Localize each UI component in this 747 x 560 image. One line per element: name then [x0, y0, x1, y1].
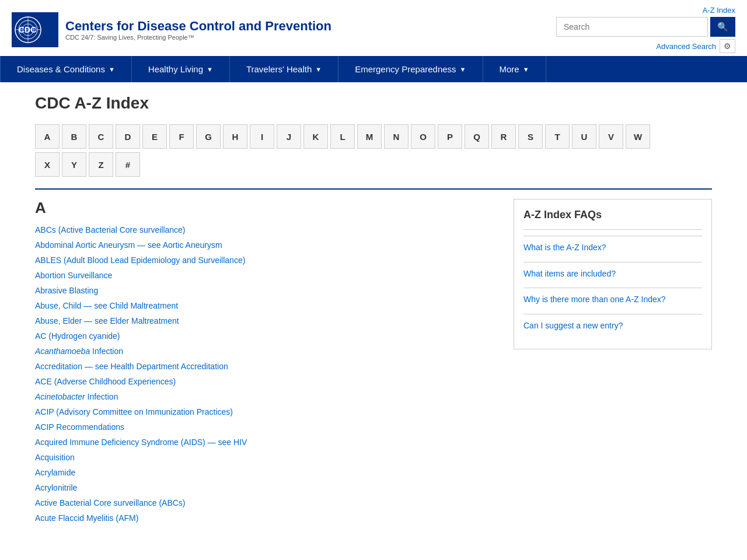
faq-divider	[523, 236, 702, 236]
chevron-down-icon: ▼	[315, 66, 322, 73]
nav-item-diseases[interactable]: Diseases & Conditions ▼	[0, 56, 132, 82]
main-content: CDC A-Z Index ABCDEFGHIJKLMNOPQRSTUVW XY…	[23, 82, 724, 551]
header-right: A-Z Index 🔍 Advanced Search ⚙	[556, 6, 735, 53]
alpha-btn-l[interactable]: L	[330, 124, 355, 149]
logo-org-name: Centers for Disease Control and Preventi…	[65, 19, 331, 34]
search-button[interactable]: 🔍	[710, 17, 735, 37]
list-item[interactable]: ABLES (Adult Blood Lead Epidemiology and…	[35, 254, 496, 267]
logo-text: Centers for Disease Control and Preventi…	[65, 19, 331, 41]
alpha-btn-p[interactable]: P	[438, 124, 462, 149]
alpha-btn-t[interactable]: T	[545, 124, 570, 149]
list-item[interactable]: Abortion Surveillance	[35, 270, 496, 282]
nav-item-emergency[interactable]: Emergency Preparedness ▼	[338, 56, 483, 82]
search-input[interactable]	[556, 17, 708, 37]
alpha-btn-s[interactable]: S	[518, 124, 543, 149]
advanced-row: Advanced Search ⚙	[656, 39, 735, 53]
faq-link-item[interactable]: Why is there more than one A-Z Index?	[523, 294, 702, 306]
list-item[interactable]: ACIP (Advisory Committee on Immunization…	[35, 406, 496, 418]
list-item[interactable]: Abdominal Aortic Aneurysm — see Aortic A…	[35, 239, 496, 251]
nav-label-healthy: Healthy Living	[148, 64, 203, 74]
faq-divider	[523, 314, 702, 314]
faq-title: A-Z Index FAQs	[523, 209, 702, 221]
list-item[interactable]: AC (Hydrogen cyanide)	[35, 330, 496, 342]
alpha-btn-k[interactable]: K	[303, 124, 328, 149]
alphabet-nav: ABCDEFGHIJKLMNOPQRSTUVW XYZ#	[35, 124, 712, 177]
nav-label-more: More	[500, 64, 519, 74]
list-item[interactable]: Acute Flaccid Myelitis (AFM)	[35, 512, 496, 524]
alpha-btn-q[interactable]: Q	[465, 124, 489, 149]
alpha-btn-d[interactable]: D	[116, 124, 140, 149]
page-title: CDC A-Z Index	[35, 94, 712, 113]
alpha-btn-x[interactable]: X	[35, 152, 60, 177]
faq-divider	[523, 288, 702, 288]
list-item[interactable]: Abuse, Child — see Child Maltreatment	[35, 300, 496, 312]
alpha-btn-f[interactable]: F	[169, 124, 194, 149]
nav-label-diseases: Diseases & Conditions	[17, 64, 105, 74]
index-links: ABCs (Active Bacterial Core surveillance…	[35, 224, 496, 524]
nav-label-travelers: Travelers' Health	[246, 64, 312, 74]
gear-icon: ⚙	[724, 41, 731, 51]
alpha-btn-h[interactable]: H	[223, 124, 247, 149]
list-item[interactable]: Abrasive Blasting	[35, 285, 496, 297]
alphabet-row-2: XYZ#	[35, 152, 712, 177]
chevron-down-icon: ▼	[523, 66, 529, 73]
nav-item-travelers[interactable]: Travelers' Health ▼	[230, 56, 338, 82]
alpha-btn-j[interactable]: J	[277, 124, 301, 149]
list-item[interactable]: Acanthamoeba Infection	[35, 345, 496, 358]
alpha-btn-u[interactable]: U	[572, 124, 596, 149]
search-icon: 🔍	[717, 22, 728, 32]
search-row: 🔍	[556, 17, 735, 37]
alpha-btn-r[interactable]: R	[491, 124, 516, 149]
alpha-btn-c[interactable]: C	[89, 124, 113, 149]
logo-area: CDC Centers for Disease Control and Prev…	[12, 12, 331, 47]
list-item[interactable]: ABCs (Active Bacterial Core surveillance…	[35, 224, 496, 236]
section-letter: A	[35, 199, 496, 217]
faq-sidebar: A-Z Index FAQs What is the A-Z Index?Wha…	[514, 199, 712, 349]
list-item[interactable]: Accreditation — see Health Department Ac…	[35, 360, 496, 373]
faq-link-item[interactable]: What items are included?	[523, 268, 702, 280]
az-index-link[interactable]: A-Z Index	[703, 6, 735, 15]
faq-link-item[interactable]: What is the A-Z Index?	[523, 242, 702, 254]
chevron-down-icon: ▼	[207, 66, 213, 73]
list-item[interactable]: ACIP Recommendations	[35, 421, 496, 433]
section-divider	[35, 188, 712, 190]
list-item[interactable]: Acinetobacter Infection	[35, 391, 496, 403]
alpha-btn-n[interactable]: N	[384, 124, 409, 149]
nav-item-more[interactable]: More ▼	[483, 56, 546, 82]
faq-links: What is the A-Z Index?What items are inc…	[523, 236, 702, 331]
list-item[interactable]: Acquired Immune Deficiency Syndrome (AID…	[35, 436, 496, 449]
alpha-btn-y[interactable]: Y	[62, 152, 86, 177]
alpha-btn-v[interactable]: V	[599, 124, 623, 149]
list-item[interactable]: Active Bacterial Core surveillance (ABCs…	[35, 497, 496, 509]
alpha-btn-o[interactable]: O	[411, 124, 435, 149]
nav-label-emergency: Emergency Preparedness	[355, 64, 456, 74]
chevron-down-icon: ▼	[460, 66, 466, 73]
alpha-btn-e[interactable]: E	[142, 124, 167, 149]
list-item[interactable]: Acrylonitrile	[35, 482, 496, 494]
nav-bar: Diseases & Conditions ▼ Healthy Living ▼…	[0, 56, 747, 82]
advanced-search-link[interactable]: Advanced Search	[656, 42, 716, 51]
faq-link-item[interactable]: Can I suggest a new entry?	[523, 320, 702, 332]
index-list-column: A ABCs (Active Bacterial Core surveillan…	[35, 199, 496, 527]
nav-item-healthy[interactable]: Healthy Living ▼	[132, 56, 230, 82]
alpha-btn-m[interactable]: M	[357, 124, 382, 149]
alpha-btn-z[interactable]: Z	[89, 152, 113, 177]
faq-divider	[523, 262, 702, 262]
list-item[interactable]: Abuse, Elder — see Elder Maltreatment	[35, 315, 496, 327]
chevron-down-icon: ▼	[109, 66, 115, 73]
list-item[interactable]: Acrylamide	[35, 467, 496, 479]
alpha-btn-w[interactable]: W	[626, 124, 650, 149]
alpha-btn-g[interactable]: G	[196, 124, 221, 149]
alpha-btn-a[interactable]: A	[35, 124, 60, 149]
list-item[interactable]: Acquisition	[35, 452, 496, 464]
header: CDC Centers for Disease Control and Prev…	[0, 0, 747, 56]
alpha-btn-#[interactable]: #	[116, 152, 140, 177]
alphabet-row-1: ABCDEFGHIJKLMNOPQRSTUVW	[35, 124, 712, 149]
logo-tagline: CDC 24/7: Saving Lives, Protecting Peopl…	[65, 34, 331, 41]
alpha-btn-b[interactable]: B	[62, 124, 86, 149]
gear-icon-button[interactable]: ⚙	[720, 39, 735, 53]
cdc-logo: CDC	[12, 12, 58, 47]
list-item[interactable]: ACE (Adverse Childhood Experiences)	[35, 376, 496, 388]
alpha-btn-i[interactable]: I	[250, 124, 274, 149]
content-layout: A ABCs (Active Bacterial Core surveillan…	[35, 199, 712, 527]
